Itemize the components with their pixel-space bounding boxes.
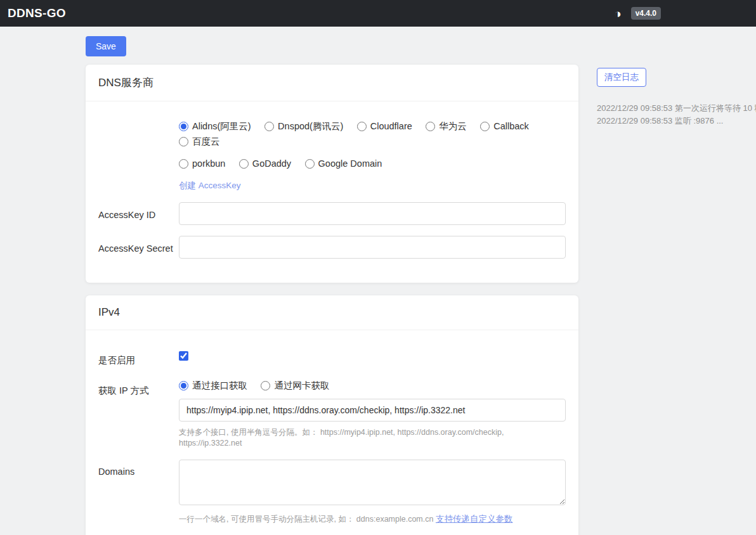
radio-google-domain-label: Google Domain xyxy=(318,156,382,171)
log-lines: 2022/12/29 09:58:53 第一次运行将等待 10 秒后运行 202… xyxy=(597,102,756,127)
log-panel: 清空日志 2022/12/29 09:58:53 第一次运行将等待 10 秒后运… xyxy=(597,36,756,127)
radio-dnspod[interactable]: Dnspod(腾讯云) xyxy=(264,119,343,134)
ipv4-enable-checkbox[interactable] xyxy=(179,351,188,361)
radio-ip-by-netcard[interactable]: 通过网卡获取 xyxy=(261,378,329,393)
radio-dnspod-label: Dnspod(腾讯云) xyxy=(278,119,343,134)
radio-godaddy-label: GoDaddy xyxy=(252,156,291,171)
provider-radio-group: Alidns(阿里云) Dnspod(腾讯云) Cloudflare xyxy=(179,119,578,191)
dns-card-body: Alidns(阿里云) Dnspod(腾讯云) Cloudflare xyxy=(86,101,578,283)
version-badge: v4.4.0 xyxy=(631,7,661,20)
create-accesskey-row: 创建 AccessKey xyxy=(179,179,566,191)
ipv4-ip-mode-row: 获取 IP 方式 通过接口获取 通过网卡获取 xyxy=(86,378,578,449)
clear-log-button[interactable]: 清空日志 xyxy=(597,68,646,87)
radio-baidu[interactable]: 百度云 xyxy=(179,134,220,149)
ipv4-domains-row: Domains 一行一个域名, 可使用冒号手动分隔主机记录, 如： ddns:e… xyxy=(86,460,578,525)
navbar: DDNS-GO ◑ v4.4.0 xyxy=(0,0,756,27)
main-column: Save DNS服务商 Alidns(阿里云) xyxy=(86,36,578,535)
ipv4-card-body: 是否启用 获取 IP 方式 通过接口获取 xyxy=(86,330,578,535)
accesskey-id-row: AccessKey ID xyxy=(86,202,578,225)
radio-baidu-input[interactable] xyxy=(179,137,188,146)
radio-ip-by-api-label: 通过接口获取 xyxy=(192,378,247,393)
radio-callback-input[interactable] xyxy=(480,122,490,131)
navbar-right: ◑ v4.4.0 xyxy=(614,0,661,27)
radio-callback[interactable]: Callback xyxy=(480,119,529,134)
accesskey-secret-label: AccessKey Secret xyxy=(86,236,179,259)
accesskey-id-input[interactable] xyxy=(179,202,566,225)
radio-google-domain[interactable]: Google Domain xyxy=(305,156,382,171)
radio-ip-by-netcard-input[interactable] xyxy=(261,381,270,390)
ipv4-ip-mode-radios: 通过接口获取 通过网卡获取 xyxy=(179,378,566,393)
provider-radio-row-1: Alidns(阿里云) Dnspod(腾讯云) Cloudflare xyxy=(179,119,566,149)
radio-ip-by-api[interactable]: 通过接口获取 xyxy=(179,378,247,393)
page-layout: Save DNS服务商 Alidns(阿里云) xyxy=(0,27,756,535)
radio-godaddy[interactable]: GoDaddy xyxy=(239,156,291,171)
accesskey-secret-row: AccessKey Secret xyxy=(86,236,578,259)
radio-ip-by-api-input[interactable] xyxy=(179,381,188,390)
radio-cloudflare[interactable]: Cloudflare xyxy=(357,119,412,134)
radio-porkbun[interactable]: porkbun xyxy=(179,156,225,171)
accesskey-id-label: AccessKey ID xyxy=(86,202,179,225)
ipv4-enable-row: 是否启用 xyxy=(86,347,578,367)
radio-google-domain-input[interactable] xyxy=(305,159,315,169)
radio-huawei-input[interactable] xyxy=(426,122,435,131)
ipv4-url-help: 支持多个接口, 使用半角逗号分隔。如： https://myip4.ipip.n… xyxy=(179,427,566,449)
dns-card-title: DNS服务商 xyxy=(86,65,578,101)
radio-godaddy-input[interactable] xyxy=(239,159,249,169)
radio-cloudflare-label: Cloudflare xyxy=(370,119,412,134)
provider-radio-rows: Alidns(阿里云) Dnspod(腾讯云) Cloudflare xyxy=(86,119,578,191)
radio-ip-by-netcard-label: 通过网卡获取 xyxy=(274,378,329,393)
log-line: 2022/12/29 09:58:53 监听 :9876 ... xyxy=(597,115,756,127)
radio-callback-label: Callback xyxy=(493,119,529,134)
radio-baidu-label: 百度云 xyxy=(192,134,220,149)
ipv4-domains-help-text: 一行一个域名, 可使用冒号手动分隔主机记录, 如： ddns:example.c… xyxy=(179,515,436,524)
app-brand: DDNS-GO xyxy=(8,6,66,20)
custom-params-link[interactable]: 支持传递自定义参数 xyxy=(436,514,513,524)
radio-alidns-label: Alidns(阿里云) xyxy=(192,119,251,134)
ipv4-domains-help: 一行一个域名, 可使用冒号手动分隔主机记录, 如： ddns:example.c… xyxy=(179,513,566,525)
ipv4-domains-label: Domains xyxy=(86,460,179,525)
radio-cloudflare-input[interactable] xyxy=(357,122,367,131)
radio-huawei-label: 华为云 xyxy=(439,119,467,134)
radio-alidns[interactable]: Alidns(阿里云) xyxy=(179,119,251,134)
radio-porkbun-input[interactable] xyxy=(179,159,188,169)
provider-label-spacer xyxy=(86,119,179,191)
ipv4-ip-mode-label: 获取 IP 方式 xyxy=(86,378,179,449)
ipv4-enable-label: 是否启用 xyxy=(86,347,179,367)
ipv4-card: IPv4 是否启用 获取 IP 方式 通过接口获取 xyxy=(86,295,578,535)
radio-porkbun-label: porkbun xyxy=(192,156,225,171)
ipv4-card-title: IPv4 xyxy=(86,295,578,330)
ipv4-url-input[interactable] xyxy=(179,399,566,422)
radio-huawei[interactable]: 华为云 xyxy=(426,119,467,134)
accesskey-secret-input[interactable] xyxy=(179,236,566,259)
save-button[interactable]: Save xyxy=(86,36,126,56)
radio-dnspod-input[interactable] xyxy=(264,122,274,131)
ipv4-domains-textarea[interactable] xyxy=(179,460,566,505)
dns-provider-card: DNS服务商 Alidns(阿里云) Dnspod(腾讯云) xyxy=(86,65,578,283)
theme-toggle-icon[interactable]: ◑ xyxy=(614,8,621,20)
create-accesskey-link[interactable]: 创建 AccessKey xyxy=(179,181,241,190)
radio-alidns-input[interactable] xyxy=(179,122,188,131)
log-line: 2022/12/29 09:58:53 第一次运行将等待 10 秒后运行 xyxy=(597,102,756,115)
provider-radio-row-2: porkbun GoDaddy Google Domain xyxy=(179,156,566,171)
